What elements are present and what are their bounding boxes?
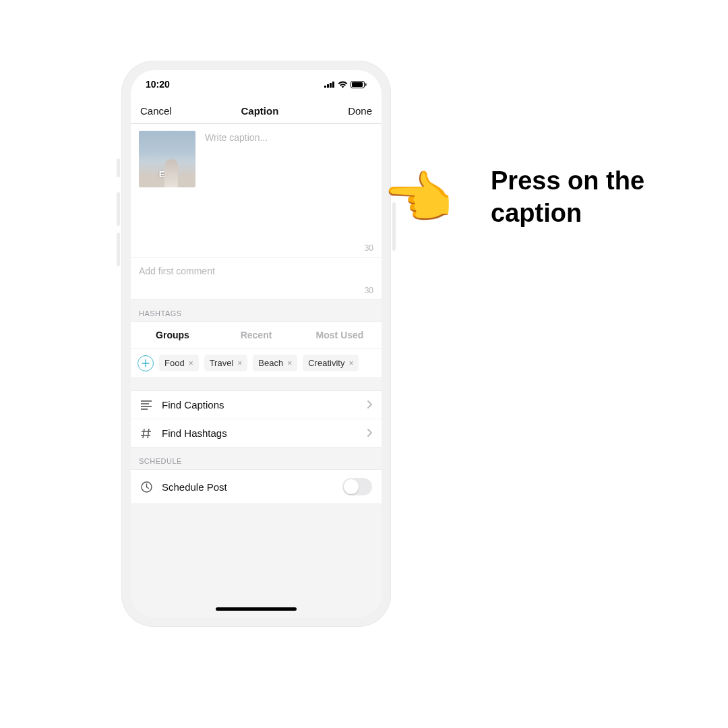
post-thumbnail[interactable]: Edit: [139, 131, 195, 187]
schedule-section-label: SCHEDULE: [131, 448, 382, 469]
schedule-toggle[interactable]: [342, 478, 372, 495]
hashtag-chips-row: Food× Travel× Beach× Creativity×: [131, 348, 382, 378]
svg-rect-2: [330, 83, 332, 88]
svg-rect-5: [352, 82, 363, 87]
status-time: 10:20: [146, 79, 170, 90]
align-left-icon: [140, 400, 152, 410]
comment-counter: 30: [131, 284, 382, 300]
svg-line-12: [148, 429, 149, 438]
caption-counter: 30: [131, 242, 382, 257]
status-bar: 10:20: [131, 70, 382, 98]
chip-label: Beach: [258, 358, 283, 368]
clock-icon: [140, 481, 152, 493]
tab-groups[interactable]: Groups: [131, 322, 214, 348]
nav-bar: Cancel Caption Done: [131, 98, 382, 124]
chevron-right-icon: [367, 399, 372, 411]
svg-rect-6: [365, 83, 367, 86]
action-label: Find Hashtags: [162, 427, 227, 439]
caption-input[interactable]: Write caption...: [205, 131, 268, 238]
instruction-text: Press on the caption: [491, 165, 700, 229]
phone-side-button: [117, 158, 120, 177]
hashtags-section-label: HASHTAGS: [131, 300, 382, 322]
svg-line-11: [143, 429, 144, 438]
phone-side-button: [117, 233, 120, 266]
schedule-post-row[interactable]: Schedule Post: [131, 469, 382, 504]
chip-beach[interactable]: Beach×: [253, 355, 297, 371]
hashtag-icon: [140, 428, 152, 439]
chip-creativity[interactable]: Creativity×: [303, 355, 359, 371]
chip-food[interactable]: Food×: [159, 355, 199, 371]
chip-label: Food: [164, 358, 185, 368]
close-icon[interactable]: ×: [287, 359, 292, 368]
add-hashtag-group-button[interactable]: [138, 355, 154, 371]
chip-label: Travel: [210, 358, 234, 368]
done-button[interactable]: Done: [348, 105, 372, 117]
phone-side-button: [117, 192, 120, 226]
svg-rect-1: [327, 84, 329, 88]
first-comment-input[interactable]: Add first comment: [131, 257, 382, 284]
tab-most-used[interactable]: Most Used: [298, 322, 382, 348]
svg-rect-0: [324, 86, 326, 88]
svg-rect-3: [332, 82, 334, 88]
find-captions-row[interactable]: Find Captions: [131, 391, 382, 419]
nav-title: Caption: [241, 105, 279, 117]
battery-icon: [351, 81, 367, 88]
close-icon[interactable]: ×: [189, 359, 193, 368]
content-area: Edit Write caption... 30 Add first comme…: [131, 124, 382, 617]
chevron-right-icon: [367, 427, 372, 439]
hashtag-tabs: Groups Recent Most Used: [131, 322, 382, 348]
close-icon[interactable]: ×: [348, 359, 353, 368]
plus-icon: [142, 359, 150, 367]
thumbnail-edit-label: Edit: [139, 169, 195, 179]
cancel-button[interactable]: Cancel: [140, 105, 172, 117]
wifi-icon: [338, 81, 348, 88]
phone-frame: 10:20 Cancel Caption Done Edit Write cap…: [121, 61, 391, 627]
pointing-hand-icon: 👉: [384, 170, 455, 226]
phone-screen: 10:20 Cancel Caption Done Edit Write cap…: [131, 70, 382, 617]
home-indicator: [216, 607, 297, 611]
chip-label: Creativity: [308, 358, 344, 368]
chip-travel[interactable]: Travel×: [204, 355, 248, 371]
cellular-icon: [324, 81, 335, 88]
action-label: Find Captions: [162, 399, 224, 411]
close-icon[interactable]: ×: [237, 359, 242, 368]
caption-area[interactable]: Edit Write caption...: [131, 124, 382, 242]
find-hashtags-row[interactable]: Find Hashtags: [131, 419, 382, 447]
status-icons: [324, 81, 367, 88]
tab-recent[interactable]: Recent: [214, 322, 298, 348]
schedule-label: Schedule Post: [162, 481, 227, 493]
action-list: Find Captions Find Hashtags: [131, 390, 382, 448]
